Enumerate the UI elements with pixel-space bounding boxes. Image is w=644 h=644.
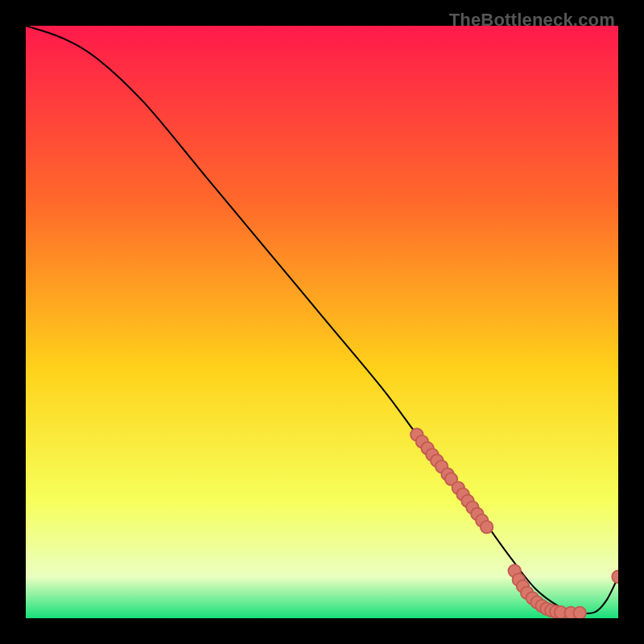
svg-rect-0: [26, 26, 618, 618]
plot-area: [26, 26, 618, 618]
background-gradient: [26, 26, 618, 618]
watermark-text: TheBottleneck.com: [449, 10, 615, 31]
chart-stage: TheBottleneck.com: [0, 0, 644, 644]
